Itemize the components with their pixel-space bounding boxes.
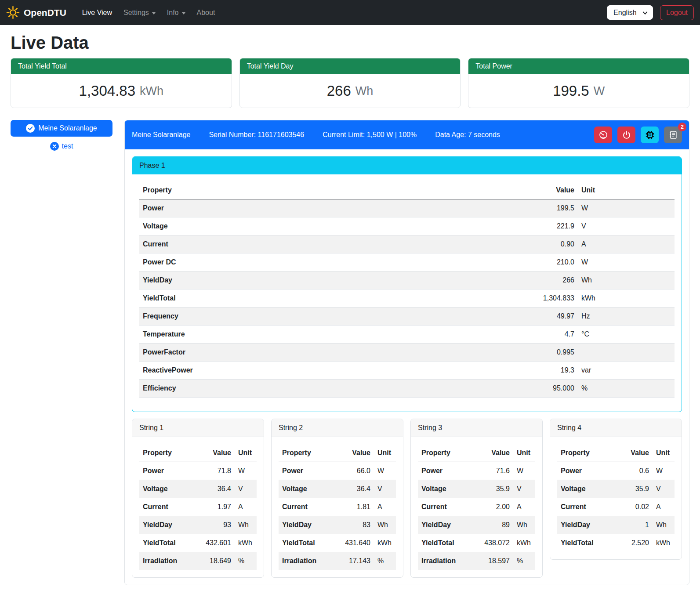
inverter-limit: Current Limit: 1,500 W | 100% — [323, 130, 417, 140]
table-row: Voltage35.9V — [557, 480, 675, 498]
unit-cell: V — [374, 480, 396, 498]
value-cell: 210.0 — [512, 253, 578, 271]
property-cell: Current — [279, 498, 340, 516]
column-header-property: Property — [139, 444, 200, 462]
value-cell: 221.9 — [512, 217, 578, 235]
card-header: Total Yield Day — [240, 58, 461, 74]
value-cell: 1.97 — [200, 498, 235, 516]
sidebar-item-test[interactable]: test — [11, 142, 112, 151]
inverter-card: Meine Solaranlage Serial Number: 1161716… — [124, 120, 689, 585]
property-cell: Irradiation — [418, 552, 479, 570]
table-row: YieldDay93Wh — [139, 516, 257, 534]
value-cell: 0.90 — [512, 235, 578, 253]
limit-settings-button[interactable] — [594, 127, 612, 143]
table-row: Voltage221.9V — [139, 217, 675, 235]
value-cell: 19.3 — [512, 362, 578, 380]
card-unit: Wh — [355, 84, 374, 98]
unit-cell: % — [578, 380, 675, 398]
value-cell: 266 — [512, 271, 578, 289]
unit-cell: W — [513, 462, 535, 480]
event-log-button[interactable]: 2 — [664, 127, 682, 143]
property-cell: Irradiation — [279, 552, 340, 570]
nav-item-about[interactable]: About — [192, 5, 220, 20]
property-cell: Voltage — [418, 480, 479, 498]
nav-item-label: Live View — [82, 9, 112, 17]
language-select[interactable]: English — [607, 5, 653, 20]
journal-text-icon — [669, 130, 678, 139]
card-unit: W — [594, 84, 605, 98]
power-settings-button[interactable] — [617, 127, 635, 143]
phase-panel-header: Phase 1 — [132, 157, 682, 174]
value-cell: 18.649 — [200, 552, 235, 570]
unit-cell: kWh — [235, 534, 257, 552]
device-info-button[interactable] — [641, 127, 659, 143]
property-cell: ReactivePower — [139, 362, 512, 380]
table-row: Power66.0W — [279, 462, 396, 480]
value-cell: 71.8 — [200, 462, 235, 480]
card-total-yield-day: Total Yield Day 266 Wh — [239, 58, 461, 108]
column-header-unit: Unit — [653, 444, 675, 462]
unit-cell: A — [235, 498, 257, 516]
caret-down-icon — [152, 12, 156, 14]
brand[interactable]: OpenDTU — [6, 6, 66, 19]
sun-logo-icon — [6, 6, 20, 19]
property-cell: YieldTotal — [557, 534, 618, 552]
property-cell: Current — [139, 235, 512, 253]
string-4-card: String 4 Property Value Unit — [550, 419, 682, 560]
table-row: Power0.6W — [557, 462, 675, 480]
unit-cell: % — [374, 552, 396, 570]
speedometer-icon — [599, 130, 608, 139]
string-card-body: Property Value Unit Power0.6WVoltage35.9… — [550, 437, 682, 552]
table-row: ReactivePower19.3var — [139, 362, 675, 380]
string-card-header: String 2 — [272, 419, 403, 437]
table-row: YieldTotal1,304.833kWh — [139, 289, 675, 308]
column-header-unit: Unit — [374, 444, 396, 462]
property-cell: Voltage — [139, 217, 512, 235]
unit-cell: A — [653, 498, 675, 516]
property-cell: Voltage — [557, 480, 618, 498]
inverter-card-body: Phase 1 Property Value Unit — [125, 149, 689, 585]
unit-cell: V — [235, 480, 257, 498]
nav-item-info[interactable]: Info — [163, 5, 190, 20]
nav-item-settings[interactable]: Settings — [119, 5, 160, 20]
nav-item-live-view[interactable]: Live View — [78, 5, 116, 20]
caret-down-icon — [182, 12, 185, 14]
unit-cell: W — [235, 462, 257, 480]
card-header: Total Yield Total — [11, 58, 232, 74]
table-row: Power71.6W — [418, 462, 535, 480]
logout-button[interactable]: Logout — [660, 5, 694, 20]
unit-cell: % — [513, 552, 535, 570]
table-row: Current1.81A — [279, 498, 396, 516]
sidebar-item-meine-solaranlage[interactable]: Meine Solaranlage — [11, 120, 112, 137]
card-value: 1,304.83 — [79, 83, 135, 99]
column-header-unit: Unit — [235, 444, 257, 462]
unit-cell: W — [578, 199, 675, 217]
card-total-yield-total: Total Yield Total 1,304.83 kWh — [11, 58, 232, 108]
card-value: 266 — [327, 83, 351, 99]
column-header-value: Value — [618, 444, 653, 462]
phase-table: Property Value Unit Power199.5WVoltage22… — [139, 181, 675, 398]
value-cell: 1.81 — [340, 498, 374, 516]
value-cell: 0.6 — [618, 462, 653, 480]
property-cell: Power — [557, 462, 618, 480]
string-table-body: Power71.6WVoltage35.9VCurrent2.00AYieldD… — [418, 462, 535, 570]
event-count-badge: 2 — [678, 123, 686, 131]
string-2-card: String 2 Property Value Unit — [271, 419, 403, 578]
table-row: Efficiency95.000% — [139, 380, 675, 398]
table-row: Current2.00A — [418, 498, 535, 516]
content-row: Meine Solaranlage test Meine Solara — [11, 120, 689, 585]
column-header-value: Value — [200, 444, 235, 462]
value-cell: 431.640 — [340, 534, 374, 552]
value-cell: 432.601 — [200, 534, 235, 552]
value-cell: 199.5 — [512, 199, 578, 217]
string-card-body: Property Value Unit Power66.0WVoltage36.… — [272, 437, 403, 570]
property-cell: Current — [418, 498, 479, 516]
inverter-card-header: Meine Solaranlage Serial Number: 1161716… — [125, 120, 689, 149]
inverter-name: Meine Solaranlage — [132, 130, 190, 140]
property-cell: YieldTotal — [139, 534, 200, 552]
column-header-value: Value — [340, 444, 374, 462]
card-body: 1,304.83 kWh — [11, 74, 232, 108]
value-cell: 17.143 — [340, 552, 374, 570]
property-cell: YieldDay — [557, 516, 618, 534]
table-row: Current1.97A — [139, 498, 257, 516]
